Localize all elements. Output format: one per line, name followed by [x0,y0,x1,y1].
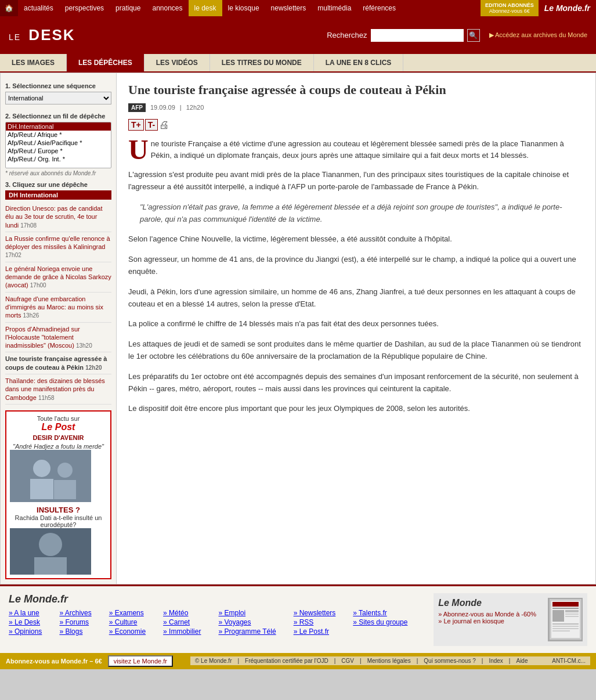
footer-link[interactable]: » A la une [9,609,42,617]
news-link[interactable]: Propos d'Ahmadinejad sur l'Holocauste "t… [5,325,111,350]
lepost-logo[interactable]: Le Post [10,422,107,432]
sequence-select[interactable]: International France Europe Économie [5,92,111,104]
bottombar-link-mentions[interactable]: Mentions légales [367,658,411,664]
footer-link[interactable]: » Economie [109,627,146,636]
list-item[interactable]: Le général Noriega envoie une demande de… [5,262,111,293]
footer-col-6: » Newsletters » RSS » Le Post.fr [294,609,336,636]
tab-titres[interactable]: LES TITRES DU MONDE [210,54,314,71]
footer-link[interactable]: » Voyages [218,618,276,626]
footer-link[interactable]: » Programme Télé [218,627,276,636]
home-icon[interactable]: 🏠 [0,0,18,16]
svg-point-6 [39,533,62,556]
footer-col-3: » Examens » Culture » Economie [109,609,146,636]
text-increase-button[interactable]: T+ [128,119,144,131]
bottombar-link-cgv[interactable]: CGV [341,658,354,664]
site-logo-top[interactable]: Le Monde.fr [539,3,596,13]
footer-link[interactable]: » Emploi [218,609,276,617]
footer-link[interactable]: » Culture [109,618,146,626]
news-link-current[interactable]: Une touriste française agressée à coups … [5,355,111,371]
sidebar-section2-title: 2. Sélectionnez un fil de dépêche [5,113,111,120]
list-item[interactable]: La Russie confirme qu'elle renonce à dép… [5,232,111,262]
list-item[interactable]: Propos d'Ahmadinejad sur l'Holocauste "t… [5,323,111,353]
list-item[interactable]: Direction Unesco: pas de candidat élu au… [5,202,111,232]
footer-link[interactable]: » Météo [163,609,201,617]
feeds-listbox[interactable]: DH.International Afp/Reut./ Afrique * Af… [5,122,111,168]
svg-rect-12 [552,610,564,622]
footer-link[interactable]: » Carnet [163,618,201,626]
news-link[interactable]: Naufrage d'une embarcation d'immigrés au… [5,295,111,320]
footer-link[interactable]: » Forums [59,618,91,626]
bottombar-legal-links: © Le Monde.fr | Fréquentation certifiée … [190,656,590,665]
footer-link[interactable]: » Sites du groupe [353,618,407,626]
edition-box[interactable]: EDITION ABONNÉS Abonnez-vous 6€ [481,0,539,16]
footer-link[interactable]: » Blogs [59,627,91,636]
article-paragraph-7: Les attaques de jeudi et de samedi se so… [128,338,584,363]
edition-line1: EDITION ABONNÉS [485,2,534,8]
svg-point-1 [33,460,50,477]
nav-pratique[interactable]: pratique [110,0,146,16]
list-item[interactable]: Naufrage d'une embarcation d'immigrés au… [5,293,111,323]
article-date: 19.09.09 [150,104,175,111]
svg-rect-4 [54,480,76,499]
anticm-badge: ANTI-CM.c... [552,658,586,664]
footer-link[interactable]: » Talents.fr [353,609,407,617]
footer-link[interactable]: » Immobilier [163,627,201,636]
footer-link[interactable]: » Le Post.fr [294,627,336,636]
footer-inner: Le Monde.fr » A la une » Le Desk » Opini… [9,593,587,646]
bottombar-link-ojd[interactable]: Fréquentation certifiée par l'OJD [245,658,328,664]
article-paragraph-9: Le dispositif doit être encore plus impo… [128,403,584,415]
news-link[interactable]: Le général Noriega envoie une demande de… [5,265,111,290]
footer-link[interactable]: » Opinions [9,627,42,636]
news-list: Direction Unesco: pas de candidat élu au… [5,202,111,405]
visit-lemonde-button[interactable]: visitez Le Monde.fr [108,655,173,667]
list-item[interactable]: Thaïlande: des dizaines de blessés dans … [5,374,111,405]
footer-link[interactable]: » Newsletters [294,609,336,617]
footer-col-2: » Archives » Forums » Blogs [59,609,91,636]
search-button[interactable]: 🔍 [467,29,480,42]
list-item[interactable]: Une touriste française agressée à coups … [5,352,111,374]
nav-perspectives[interactable]: perspectives [59,0,110,16]
search-input[interactable] [371,29,464,42]
article-paragraph-3: Selon l'agence Chine Nouvelle, la victim… [128,233,584,246]
text-decrease-button[interactable]: T- [145,119,158,131]
article-title: Une touriste française agressée à coups … [128,82,584,99]
article-paragraph-2: "L'agression n'était pas grave, la femme… [128,201,584,226]
footer-abonne-link2[interactable]: » Le journal en kiosque [438,618,536,625]
nav-kiosque[interactable]: le kiosque [222,0,265,16]
bottombar-link-aide[interactable]: Aide [516,658,528,664]
footer-link[interactable]: » RSS [294,618,336,626]
news-link[interactable]: Thaïlande: des dizaines de blessés dans … [5,377,111,402]
nav-actualites[interactable]: actualités [18,0,59,16]
site-header: LE DESK Recherchez 🔍 Accédez aux archive… [0,16,596,54]
article-intro: U ne touriste Française a été victime d'… [128,138,584,163]
archive-link[interactable]: Accédez aux archives du Monde [489,31,587,39]
footer-link[interactable]: » Le Desk [9,618,42,626]
footer-abonne-link1[interactable]: » Abonnez-vous au Monde à -60% [438,611,536,618]
footer-col-5: » Emploi » Voyages » Programme Télé [218,609,276,636]
footer-link[interactable]: » Archives [59,609,91,617]
nav-newsletters[interactable]: newsletters [265,0,312,16]
nav-multimedia[interactable]: multimédia [312,0,357,16]
print-icon[interactable]: 🖨 [159,119,169,131]
tab-depeches[interactable]: LES DÉPÊCHES [67,54,145,71]
lepost-question[interactable]: Rachida Dati a-t-elle insulté un eurodép… [10,514,107,528]
article-paragraph-8: Les préparatifs du 1er octobre ont été a… [128,371,584,395]
footer-link[interactable]: » Examens [109,609,146,617]
nav-ledesk[interactable]: le desk [189,0,222,16]
footer-col-7: » Talents.fr » Sites du groupe [353,609,407,636]
search-label: Recherchez [327,31,367,39]
tab-images[interactable]: LES IMAGES [0,54,67,71]
tab-videos[interactable]: LES VIDÉOS [145,54,210,71]
lepost-quote[interactable]: "André Hadjez a foutu la merde" [10,443,107,450]
news-link[interactable]: La Russie confirme qu'elle renonce à dép… [5,234,111,259]
nav-references[interactable]: références [357,0,402,16]
bottombar-link-copyright[interactable]: © Le Monde.fr [195,658,232,664]
tab-une[interactable]: LA UNE EN 8 CLICS [314,54,404,71]
bottombar-link-index[interactable]: Index [489,658,503,664]
logo-prefix: LE [9,33,21,42]
news-link[interactable]: Direction Unesco: pas de candidat élu au… [5,204,111,229]
bottombar-link-quisommes[interactable]: Qui sommes-nous ? [424,658,475,664]
bottombar-separator5: | [482,658,483,664]
nav-annonces[interactable]: annonces [146,0,188,16]
logo-main: DESK [28,26,75,44]
